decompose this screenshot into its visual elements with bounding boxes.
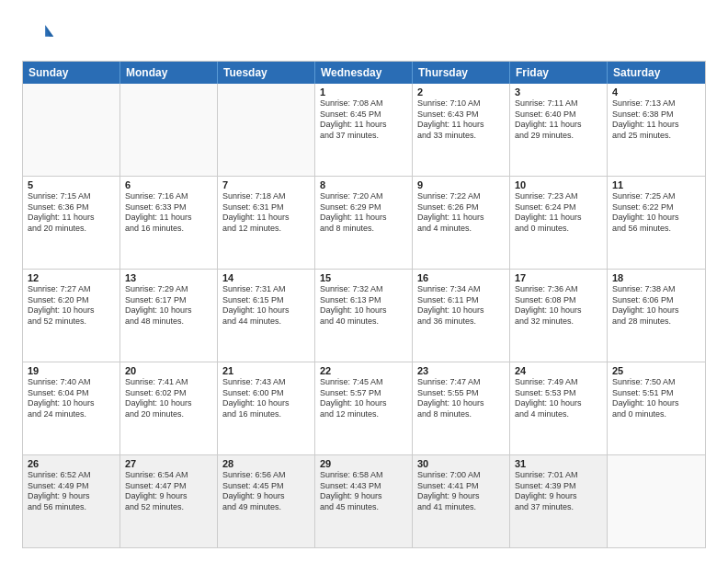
cell-info: Sunrise: 7:49 AMSunset: 5:53 PMDaylight:…	[515, 377, 602, 420]
calendar-cell: 25Sunrise: 7:50 AMSunset: 5:51 PMDayligh…	[608, 362, 705, 454]
cell-info: Sunrise: 7:10 AMSunset: 6:43 PMDaylight:…	[417, 98, 505, 142]
day-number: 10	[515, 179, 602, 190]
cell-info: Sunrise: 7:00 AMSunset: 4:41 PMDaylight:…	[417, 470, 505, 513]
calendar-cell: 11Sunrise: 7:25 AMSunset: 6:22 PMDayligh…	[608, 177, 705, 269]
calendar-cell: 1Sunrise: 7:08 AMSunset: 6:45 PMDaylight…	[315, 84, 413, 176]
day-number: 3	[515, 86, 602, 98]
day-number: 22	[320, 365, 407, 376]
cell-info: Sunrise: 7:38 AMSunset: 6:06 PMDaylight:…	[612, 284, 700, 327]
cell-info: Sunrise: 7:31 AMSunset: 6:15 PMDaylight:…	[222, 284, 310, 327]
cell-info: Sunrise: 6:58 AMSunset: 4:43 PMDaylight:…	[320, 470, 407, 513]
calendar-cell: 26Sunrise: 6:52 AMSunset: 4:49 PMDayligh…	[23, 455, 120, 547]
day-number: 5	[28, 179, 115, 190]
calendar-cell: 23Sunrise: 7:47 AMSunset: 5:55 PMDayligh…	[413, 362, 510, 454]
calendar-cell: 4Sunrise: 7:13 AMSunset: 6:38 PMDaylight…	[608, 84, 705, 176]
calendar-cell: 27Sunrise: 6:54 AMSunset: 4:47 PMDayligh…	[120, 455, 218, 547]
cell-info: Sunrise: 7:20 AMSunset: 6:29 PMDaylight:…	[320, 191, 407, 235]
calendar-cell	[23, 84, 120, 176]
cell-info: Sunrise: 7:18 AMSunset: 6:31 PMDaylight:…	[222, 191, 310, 235]
cell-info: Sunrise: 7:41 AMSunset: 6:02 PMDaylight:…	[125, 377, 212, 420]
calendar-cell: 13Sunrise: 7:29 AMSunset: 6:17 PMDayligh…	[120, 270, 218, 362]
cell-info: Sunrise: 7:25 AMSunset: 6:22 PMDaylight:…	[612, 191, 700, 235]
calendar-cell: 12Sunrise: 7:27 AMSunset: 6:20 PMDayligh…	[23, 270, 120, 362]
header	[22, 18, 706, 52]
calendar-cell: 30Sunrise: 7:00 AMSunset: 4:41 PMDayligh…	[413, 455, 510, 547]
day-number: 20	[125, 365, 212, 376]
cell-info: Sunrise: 7:15 AMSunset: 6:36 PMDaylight:…	[28, 191, 115, 235]
cell-info: Sunrise: 7:50 AMSunset: 5:51 PMDaylight:…	[612, 377, 700, 420]
day-of-week-header: Saturday	[608, 62, 705, 84]
logo	[22, 18, 61, 52]
day-of-week-header: Thursday	[413, 62, 510, 84]
calendar-cell	[218, 84, 315, 176]
cell-info: Sunrise: 7:36 AMSunset: 6:08 PMDaylight:…	[515, 284, 602, 327]
calendar-cell: 14Sunrise: 7:31 AMSunset: 6:15 PMDayligh…	[218, 270, 315, 362]
day-number: 28	[222, 458, 310, 469]
calendar-cell: 2Sunrise: 7:10 AMSunset: 6:43 PMDaylight…	[413, 84, 510, 176]
calendar-cell: 22Sunrise: 7:45 AMSunset: 5:57 PMDayligh…	[315, 362, 413, 454]
calendar-cell: 9Sunrise: 7:22 AMSunset: 6:26 PMDaylight…	[413, 177, 510, 269]
day-number: 23	[417, 365, 505, 376]
day-number: 18	[612, 272, 700, 283]
day-number: 24	[515, 365, 602, 376]
calendar-cell: 18Sunrise: 7:38 AMSunset: 6:06 PMDayligh…	[608, 270, 705, 362]
calendar-week-row: 1Sunrise: 7:08 AMSunset: 6:45 PMDaylight…	[23, 84, 705, 176]
day-number: 6	[125, 179, 212, 190]
cell-info: Sunrise: 7:45 AMSunset: 5:57 PMDaylight:…	[320, 377, 407, 420]
calendar-cell: 19Sunrise: 7:40 AMSunset: 6:04 PMDayligh…	[23, 362, 120, 454]
calendar: SundayMondayTuesdayWednesdayThursdayFrid…	[22, 61, 706, 548]
cell-info: Sunrise: 7:29 AMSunset: 6:17 PMDaylight:…	[125, 284, 212, 327]
cell-info: Sunrise: 7:16 AMSunset: 6:33 PMDaylight:…	[125, 191, 212, 235]
day-number: 1	[320, 86, 407, 98]
day-number: 14	[222, 272, 310, 283]
day-number: 21	[222, 365, 310, 376]
calendar-cell: 6Sunrise: 7:16 AMSunset: 6:33 PMDaylight…	[120, 177, 218, 269]
calendar-cell: 3Sunrise: 7:11 AMSunset: 6:40 PMDaylight…	[510, 84, 608, 176]
cell-info: Sunrise: 6:54 AMSunset: 4:47 PMDaylight:…	[125, 470, 212, 513]
calendar-cell: 17Sunrise: 7:36 AMSunset: 6:08 PMDayligh…	[510, 270, 608, 362]
logo-icon	[22, 18, 55, 52]
cell-info: Sunrise: 7:40 AMSunset: 6:04 PMDaylight:…	[28, 377, 115, 420]
calendar-week-row: 5Sunrise: 7:15 AMSunset: 6:36 PMDaylight…	[23, 176, 705, 269]
calendar-cell: 29Sunrise: 6:58 AMSunset: 4:43 PMDayligh…	[315, 455, 413, 547]
cell-info: Sunrise: 7:47 AMSunset: 5:55 PMDaylight:…	[417, 377, 505, 420]
cell-info: Sunrise: 7:08 AMSunset: 6:45 PMDaylight:…	[320, 98, 407, 142]
cell-info: Sunrise: 7:27 AMSunset: 6:20 PMDaylight:…	[28, 284, 115, 327]
calendar-cell: 10Sunrise: 7:23 AMSunset: 6:24 PMDayligh…	[510, 177, 608, 269]
day-number: 11	[612, 179, 700, 190]
cell-info: Sunrise: 7:34 AMSunset: 6:11 PMDaylight:…	[417, 284, 505, 327]
day-number: 31	[515, 458, 602, 469]
calendar-cell: 28Sunrise: 6:56 AMSunset: 4:45 PMDayligh…	[218, 455, 315, 547]
day-number: 17	[515, 272, 602, 283]
cell-info: Sunrise: 6:56 AMSunset: 4:45 PMDaylight:…	[222, 470, 310, 513]
cell-info: Sunrise: 7:11 AMSunset: 6:40 PMDaylight:…	[515, 98, 602, 142]
day-of-week-header: Monday	[120, 62, 218, 84]
calendar-week-row: 26Sunrise: 6:52 AMSunset: 4:49 PMDayligh…	[23, 454, 705, 547]
calendar-week-row: 12Sunrise: 7:27 AMSunset: 6:20 PMDayligh…	[23, 269, 705, 362]
day-of-week-header: Friday	[510, 62, 608, 84]
day-number: 26	[28, 458, 115, 469]
cell-info: Sunrise: 7:32 AMSunset: 6:13 PMDaylight:…	[320, 284, 407, 327]
cell-info: Sunrise: 7:22 AMSunset: 6:26 PMDaylight:…	[417, 191, 505, 235]
day-number: 25	[612, 365, 700, 376]
day-number: 8	[320, 179, 407, 190]
cell-info: Sunrise: 7:01 AMSunset: 4:39 PMDaylight:…	[515, 470, 602, 513]
calendar-cell: 20Sunrise: 7:41 AMSunset: 6:02 PMDayligh…	[120, 362, 218, 454]
calendar-cell: 5Sunrise: 7:15 AMSunset: 6:36 PMDaylight…	[23, 177, 120, 269]
calendar-week-row: 19Sunrise: 7:40 AMSunset: 6:04 PMDayligh…	[23, 362, 705, 454]
day-number: 4	[612, 86, 700, 98]
day-number: 13	[125, 272, 212, 283]
day-number: 16	[417, 272, 505, 283]
calendar-cell: 7Sunrise: 7:18 AMSunset: 6:31 PMDaylight…	[218, 177, 315, 269]
day-number: 12	[28, 272, 115, 283]
day-number: 27	[125, 458, 212, 469]
day-number: 29	[320, 458, 407, 469]
day-number: 2	[417, 86, 505, 98]
day-of-week-header: Wednesday	[315, 62, 413, 84]
day-number: 30	[417, 458, 505, 469]
day-of-week-header: Tuesday	[218, 62, 315, 84]
calendar-header: SundayMondayTuesdayWednesdayThursdayFrid…	[23, 62, 705, 84]
cell-info: Sunrise: 7:13 AMSunset: 6:38 PMDaylight:…	[612, 98, 700, 142]
calendar-cell: 31Sunrise: 7:01 AMSunset: 4:39 PMDayligh…	[510, 455, 608, 547]
day-of-week-header: Sunday	[23, 62, 120, 84]
